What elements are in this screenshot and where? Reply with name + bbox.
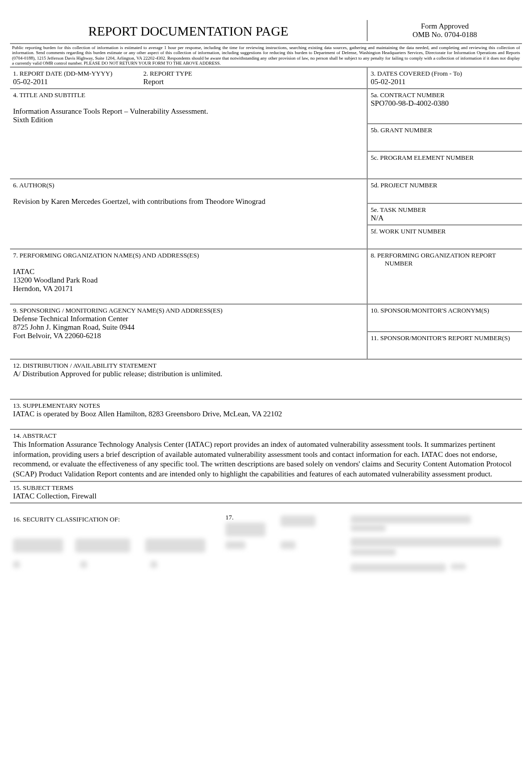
- col-10-11: 10. SPONSOR/MONITOR'S ACRONYM(S) 11. SPO…: [367, 305, 522, 360]
- blurred-region: [225, 523, 265, 537]
- form-header: REPORT DOCUMENTATION PAGE Form Approved …: [10, 20, 522, 44]
- field-6: 6. AUTHOR(S) Revision by Karen Mercedes …: [10, 179, 367, 249]
- col-5def: 5d. PROJECT NUMBER 5e. TASK NUMBER N/A 5…: [367, 179, 522, 249]
- blurred-region: [225, 541, 245, 549]
- field-5e-value: N/A: [371, 214, 519, 222]
- field-2: 2. REPORT TYPE Report: [140, 68, 367, 89]
- field-5c-label: 5c. PROGRAM ELEMENT NUMBER: [371, 154, 519, 162]
- field-5b: 5b. GRANT NUMBER: [367, 124, 522, 152]
- blurred-region: [351, 549, 396, 556]
- field-9-label: 9. SPONSORING / MONITORING AGENCY NAME(S…: [13, 307, 364, 315]
- field-9: 9. SPONSORING / MONITORING AGENCY NAME(S…: [10, 305, 367, 360]
- field-1: 1. REPORT DATE (DD-MM-YYYY) 05-02-2011: [10, 68, 140, 89]
- row-1: 1. REPORT DATE (DD-MM-YYYY) 05-02-2011 2…: [10, 68, 522, 89]
- blurred-region: [13, 561, 20, 568]
- page-title: REPORT DOCUMENTATION PAGE: [10, 20, 367, 43]
- field-8-label2: NUMBER: [371, 259, 519, 268]
- field-8-label: 8. PERFORMING ORGANIZATION REPORT: [371, 251, 519, 259]
- form-approved-label: Form Approved: [368, 22, 522, 31]
- field-5f: 5f. WORK UNIT NUMBER: [367, 225, 522, 250]
- field-12-value: A/ Distribution Approved for public rele…: [13, 370, 519, 378]
- field-15-value: IATAC Collection, Firewall: [13, 492, 519, 500]
- blurred-region: [351, 564, 446, 572]
- field-7-label: 7. PERFORMING ORGANIZATION NAME(S) AND A…: [13, 251, 364, 259]
- blurred-region: [351, 538, 501, 547]
- omb-block: Form Approved OMB No. 0704-0188: [367, 20, 522, 41]
- field-11: 11. SPONSOR/MONITOR'S REPORT NUMBER(S): [367, 332, 522, 360]
- field-5c: 5c. PROGRAM ELEMENT NUMBER: [367, 152, 522, 179]
- field-17-label: 17.: [225, 513, 233, 522]
- bottom-section: 16. SECURITY CLASSIFICATION OF: 17.: [10, 513, 522, 604]
- field-5a: 5a. CONTRACT NUMBER SPO700-98-D-4002-038…: [367, 89, 522, 124]
- burden-statement: Public reporting burden for this collect…: [10, 44, 522, 68]
- field-10: 10. SPONSOR/MONITOR'S ACRONYM(S): [367, 305, 522, 332]
- field-3: 3. DATES COVERED (From - To) 05-02-2011: [367, 68, 522, 89]
- field-13: 13. SUPPLEMENTARY NOTES IATAC is operate…: [10, 400, 522, 430]
- field-3-value: 05-02-2011: [371, 78, 519, 86]
- omb-number: OMB No. 0704-0188: [368, 31, 522, 39]
- field-5b-label: 5b. GRANT NUMBER: [371, 126, 519, 134]
- row-performing: 7. PERFORMING ORGANIZATION NAME(S) AND A…: [10, 249, 522, 305]
- field-11-label: 11. SPONSOR/MONITOR'S REPORT NUMBER(S): [371, 334, 519, 342]
- field-5a-value: SPO700-98-D-4002-0380: [371, 99, 519, 108]
- row-authors: 6. AUTHOR(S) Revision by Karen Mercedes …: [10, 179, 522, 249]
- field-9-line2: 8725 John J. Kingman Road, Suite 0944: [13, 323, 364, 332]
- field-14-label: 14. ABSTRACT: [13, 432, 519, 440]
- blurred-region: [13, 539, 63, 553]
- field-10-label: 10. SPONSOR/MONITOR'S ACRONYM(S): [371, 307, 519, 315]
- row-sponsoring: 9. SPONSORING / MONITORING AGENCY NAME(S…: [10, 305, 522, 360]
- col-5abc: 5a. CONTRACT NUMBER SPO700-98-D-4002-038…: [367, 89, 522, 179]
- field-13-value: IATAC is operated by Booz Allen Hamilton…: [13, 410, 519, 418]
- field-7-line2: 13200 Woodland Park Road: [13, 276, 364, 285]
- blurred-region: [75, 539, 130, 553]
- blurred-region: [150, 561, 157, 568]
- field-8: 8. PERFORMING ORGANIZATION REPORT NUMBER: [367, 249, 522, 305]
- field-2-label: 2. REPORT TYPE: [143, 70, 364, 78]
- col-8: 8. PERFORMING ORGANIZATION REPORT NUMBER: [367, 249, 522, 305]
- field-2-value: Report: [143, 78, 364, 86]
- blurred-region: [351, 515, 471, 524]
- blurred-region: [451, 564, 466, 570]
- blurred-region: [145, 539, 205, 553]
- blurred-region: [281, 515, 316, 527]
- field-4-value-1: Information Assurance Tools Report – Vul…: [13, 107, 364, 116]
- field-6-label: 6. AUTHOR(S): [13, 181, 364, 189]
- field-1-label: 1. REPORT DATE (DD-MM-YYYY): [13, 70, 137, 78]
- field-5d: 5d. PROJECT NUMBER: [367, 179, 522, 204]
- field-5a-label: 5a. CONTRACT NUMBER: [371, 91, 519, 99]
- field-5d-label: 5d. PROJECT NUMBER: [371, 181, 519, 189]
- field-4: 4. TITLE AND SUBTITLE Information Assura…: [10, 89, 367, 179]
- field-13-label: 13. SUPPLEMENTARY NOTES: [13, 402, 519, 410]
- blurred-region: [281, 541, 296, 549]
- field-9-line1: Defense Technical Information Center: [13, 315, 364, 323]
- field-15-label: 15. SUBJECT TERMS: [13, 484, 519, 492]
- field-5f-label: 5f. WORK UNIT NUMBER: [371, 227, 519, 235]
- field-9-line3: Fort Belvoir, VA 22060-6218: [13, 332, 364, 340]
- field-7-line3: Herndon, VA 20171: [13, 285, 364, 293]
- field-14-value: This Information Assurance Technology An…: [13, 440, 519, 479]
- field-6-value: Revision by Karen Mercedes Goertzel, wit…: [13, 197, 364, 206]
- blurred-region: [80, 561, 87, 568]
- row-title: 4. TITLE AND SUBTITLE Information Assura…: [10, 89, 522, 179]
- field-4-value-2: Sixth Edition: [13, 116, 364, 124]
- field-7-line1: IATAC: [13, 268, 364, 276]
- blurred-region: [351, 525, 386, 532]
- field-4-label: 4. TITLE AND SUBTITLE: [13, 91, 364, 99]
- field-15: 15. SUBJECT TERMS IATAC Collection, Fire…: [10, 482, 522, 503]
- field-5e: 5e. TASK NUMBER N/A: [367, 204, 522, 225]
- field-5e-label: 5e. TASK NUMBER: [371, 206, 519, 214]
- field-3-label: 3. DATES COVERED (From - To): [371, 70, 519, 78]
- field-14: 14. ABSTRACT This Information Assurance …: [10, 430, 522, 482]
- field-1-value: 05-02-2011: [13, 78, 137, 86]
- field-7: 7. PERFORMING ORGANIZATION NAME(S) AND A…: [10, 249, 367, 305]
- field-12-label: 12. DISTRIBUTION / AVAILABILITY STATEMEN…: [13, 362, 519, 370]
- field-12: 12. DISTRIBUTION / AVAILABILITY STATEMEN…: [10, 360, 522, 400]
